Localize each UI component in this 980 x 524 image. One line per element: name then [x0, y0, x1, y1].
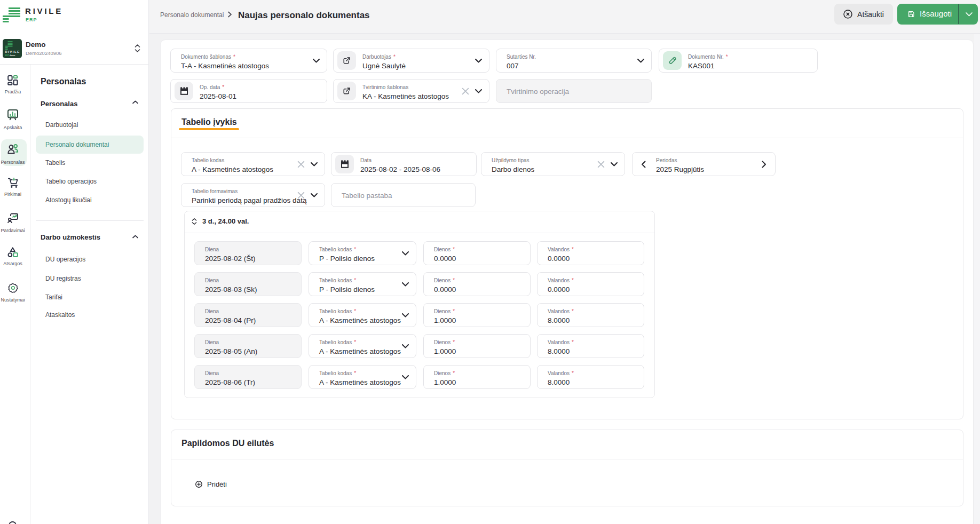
svg-text:RIVILE: RIVILE — [5, 50, 20, 53]
svg-text:ERP demo: ERP demo — [5, 54, 15, 57]
